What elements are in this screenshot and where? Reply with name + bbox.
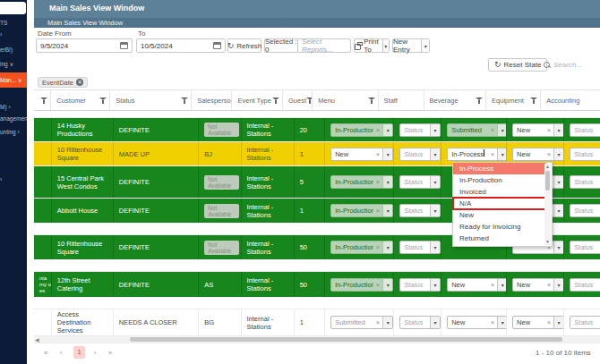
filter-funnel-icon[interactable] [306, 97, 313, 104]
first-page-button[interactable]: « [40, 347, 51, 359]
filter-funnel-icon[interactable] [530, 97, 537, 104]
combo-dropdown-arrow[interactable]: ▾ [553, 124, 563, 136]
date-to-input[interactable]: 10/5/2024 [136, 38, 226, 53]
combo-dropdown-arrow[interactable]: ▾ [382, 279, 392, 291]
dropdown-item-in-production[interactable]: In-Production [453, 174, 546, 186]
menu-combo[interactable]: In-Production×▾ [330, 278, 393, 292]
accounting-combo[interactable]: Status▾ [570, 123, 600, 137]
column-header-equipment[interactable]: Equipment [486, 90, 541, 110]
staff-combo[interactable]: Status▾ [399, 241, 441, 254]
menu-combo[interactable]: In-Production×▾ [330, 123, 393, 137]
clear-value-icon[interactable]: × [544, 127, 553, 133]
sidebar-item[interactable]: › [0, 175, 27, 183]
clear-value-icon[interactable]: × [488, 127, 497, 133]
clear-value-icon[interactable]: × [373, 127, 382, 133]
sidebar-item[interactable]: › [0, 30, 27, 38]
dropdown-scrollbar[interactable]: ▲ ▼ [544, 164, 551, 245]
equipment-combo[interactable]: New×▾ [512, 316, 564, 329]
combo-dropdown-arrow[interactable]: ▾ [430, 279, 440, 291]
accounting-combo[interactable]: Status▾ [570, 175, 600, 189]
dropdown-item-n-a[interactable]: N/A [453, 198, 546, 209]
scroll-down-icon[interactable]: ▼ [544, 239, 551, 245]
grid-row[interactable]: Access Destination ServicesNEEDS A CLOSE… [34, 309, 600, 336]
column-header-salesperson[interactable]: Salesperson [192, 90, 232, 110]
combo-dropdown-arrow[interactable]: ▾ [553, 205, 563, 216]
clear-value-icon[interactable]: × [373, 207, 382, 214]
combo-dropdown-arrow[interactable]: ▾ [430, 176, 440, 188]
equipment-combo[interactable]: New×▾ [512, 278, 564, 292]
accounting-combo[interactable]: Status▾ [570, 278, 600, 292]
new-entry-dropdown-arrow[interactable]: ▾ [421, 39, 429, 52]
scroll-left-icon[interactable]: ◀ [35, 336, 39, 343]
combo-dropdown-arrow[interactable]: ▾ [382, 205, 392, 216]
combo-dropdown-arrow[interactable]: ▾ [430, 241, 440, 253]
column-header-status[interactable]: Status [110, 90, 192, 110]
reset-state-button[interactable]: ↻ Reset State [488, 58, 547, 72]
accounting-combo[interactable]: Status▾ [570, 148, 600, 161]
staff-combo[interactable]: Status▾ [399, 175, 441, 189]
combo-dropdown-arrow[interactable]: ▾ [553, 148, 563, 160]
sidebar-search-input[interactable] [0, 2, 26, 14]
clear-value-icon[interactable]: × [544, 151, 553, 157]
combo-dropdown-arrow[interactable]: ▾ [553, 241, 563, 253]
filter-funnel-icon[interactable] [40, 97, 47, 104]
column-header-menu[interactable]: Menu [313, 90, 378, 110]
combo-dropdown-arrow[interactable]: ▾ [382, 176, 392, 188]
dropdown-item-returned[interactable]: Returned [453, 233, 546, 244]
dropdown-item-in-process[interactable]: In-Process [453, 163, 546, 174]
dropdown-item-ready-for-invoicing[interactable]: Ready for Invoicing [453, 221, 546, 233]
dropdown-item-new[interactable]: New [453, 209, 546, 221]
clear-value-icon[interactable]: × [373, 151, 382, 157]
combo-dropdown-arrow[interactable]: ▾ [382, 241, 392, 253]
clear-value-icon[interactable]: × [488, 282, 497, 288]
sidebar-item[interactable]: TS [0, 19, 27, 27]
staff-combo[interactable]: Status▾ [399, 204, 441, 217]
horizontal-scrollbar-thumb[interactable] [130, 337, 562, 342]
combo-dropdown-arrow[interactable]: ▾ [497, 148, 507, 160]
sidebar-item[interactable]: anagement [0, 114, 27, 123]
clear-value-icon[interactable]: × [373, 282, 382, 288]
clear-value-icon[interactable]: × [373, 179, 382, 185]
column-header-event-type[interactable]: Event Type [232, 90, 283, 110]
scroll-up-icon[interactable]: ▲ [544, 164, 551, 170]
combo-dropdown-arrow[interactable]: ▾ [382, 317, 392, 328]
combo-dropdown-arrow[interactable]: ▾ [382, 124, 392, 136]
combo-dropdown-arrow[interactable]: ▾ [382, 148, 392, 160]
sidebar-item[interactable]: ing ∨ [0, 60, 27, 68]
column-header-customer[interactable]: Customer [51, 90, 110, 110]
grid-row[interactable]: 14 Husky ProductionsDEFINITENot Availabl… [34, 118, 600, 142]
grid-search-input[interactable]: Search... [544, 58, 599, 72]
prev-page-button[interactable]: ‹ [56, 347, 66, 359]
sidebar-item[interactable]: unting › [0, 128, 27, 136]
clear-value-icon[interactable]: × [488, 151, 497, 157]
filter-funnel-icon[interactable] [181, 97, 188, 104]
column-header-staff[interactable]: Staff [379, 90, 424, 110]
accounting-combo[interactable]: Status▾ [570, 316, 600, 329]
grid-row[interactable]: nia my of es12th Street CateringDEFINITE… [34, 272, 600, 298]
combo-dropdown-arrow[interactable]: ▾ [497, 279, 507, 291]
select-reports-input[interactable]: Select Reports... [297, 38, 351, 53]
new-entry-button[interactable]: New Entry ▾ [392, 38, 430, 53]
filter-funnel-icon[interactable] [99, 97, 107, 104]
current-page-button[interactable]: 1 [73, 346, 85, 359]
print-to-dropdown-arrow[interactable]: ▾ [382, 39, 389, 52]
filter-funnel-icon[interactable] [368, 97, 375, 104]
sidebar-item[interactable]: erBI) [0, 46, 27, 54]
clear-value-icon[interactable]: × [373, 319, 382, 326]
combo-dropdown-arrow[interactable]: ▾ [430, 124, 440, 136]
filter-funnel-icon[interactable] [272, 97, 279, 104]
horizontal-scrollbar[interactable]: ◀ [34, 336, 600, 343]
menu-combo[interactable]: New×▾ [330, 148, 393, 161]
remove-filter-icon[interactable]: ✕ [76, 79, 83, 86]
scrollbar-thumb[interactable] [545, 171, 550, 190]
calendar-icon[interactable] [120, 42, 128, 49]
beverage-status-dropdown[interactable]: In-ProcessIn-ProductionInvoicedN/ANewRea… [452, 162, 553, 247]
staff-combo[interactable]: Status▾ [399, 148, 441, 161]
staff-combo[interactable]: Status▾ [399, 316, 441, 329]
sidebar-item-active[interactable]: Man... ∨ [0, 72, 27, 88]
clear-value-icon[interactable]: × [544, 319, 553, 326]
column-header-guest[interactable]: Guest [283, 90, 313, 110]
sidebar-item[interactable]: M) › [0, 103, 27, 111]
refresh-button[interactable]: ↻ Refresh [227, 38, 261, 53]
menu-combo[interactable]: In-Production×▾ [330, 241, 393, 254]
